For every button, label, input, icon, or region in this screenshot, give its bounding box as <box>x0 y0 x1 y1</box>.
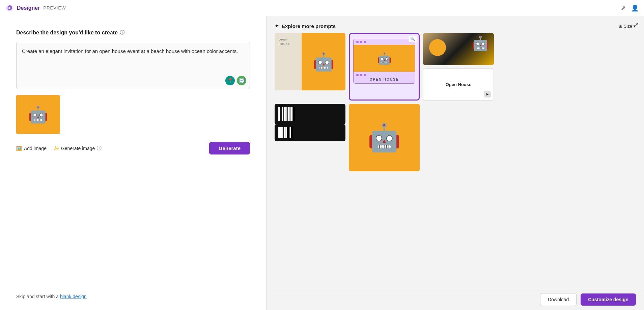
gallery-item-abstract[interactable]: 🤖 <box>423 33 494 65</box>
left-panel: Describe the design you'd like to create… <box>0 16 267 310</box>
prompt-refresh-button[interactable]: 🔄 <box>237 76 246 85</box>
prompt-pin-button[interactable]: 📍 <box>225 76 235 85</box>
gallery-item-large-robot[interactable]: 🤖 <box>349 104 420 171</box>
generate-button-label: Generate <box>219 145 241 151</box>
main-layout: Describe the design you'd like to create… <box>0 16 644 310</box>
blank-design-link[interactable]: blank design <box>60 294 87 299</box>
preview-label: PREVIEW <box>43 5 66 10</box>
section-title-text: Describe the design you'd like to create <box>16 30 118 36</box>
explore-icon: ✦ <box>275 23 279 29</box>
prompt-actions: 📍 🔄 <box>225 76 246 85</box>
generate-image-icon: ✨ <box>53 146 59 151</box>
gallery-item-1[interactable]: 🤖 OPENHOUSE <box>275 33 345 90</box>
skip-text: Skip and start with a <box>16 294 59 299</box>
size-button[interactable]: ⊞ Size ▾ <box>619 24 636 29</box>
gallery-grid: 🤖 OPENHOUSE 🔍 🤖 <box>267 33 644 289</box>
generated-thumbnail: 🤖 <box>16 95 60 134</box>
gallery-item-selected[interactable]: 🔍 🤖 OPEN HOUSE <box>349 33 420 101</box>
gallery-col-3: 🤖 Open House ▶ <box>423 33 494 101</box>
info-icon[interactable]: ⓘ <box>120 30 124 36</box>
size-label: Size <box>624 24 632 29</box>
right-panel: × ✦ Explore more prompts ⊞ Size ▾ 🤖 OPEN… <box>267 16 644 310</box>
generate-image-info-icon[interactable]: ⓘ <box>97 145 102 151</box>
explore-title-text: Explore more prompts <box>282 23 336 29</box>
robot-thumbnail-image: 🤖 <box>28 105 48 124</box>
generate-image-button[interactable]: ✨ Generate image ⓘ <box>53 145 102 151</box>
add-image-icon: 🖼️ <box>16 146 22 151</box>
zoom-icon[interactable]: 🔍 <box>409 36 417 42</box>
play-icon[interactable]: ▶ <box>484 91 491 97</box>
open-house-card-title: Open House <box>446 82 472 87</box>
generate-button[interactable]: Generate <box>209 142 250 154</box>
prompt-box: Create an elegant invitation for an open… <box>16 42 250 89</box>
topbar-left: Designer PREVIEW <box>5 4 66 12</box>
add-image-label: Add image <box>24 146 47 151</box>
add-image-button[interactable]: 🖼️ Add image <box>16 145 47 151</box>
bottom-actions: 🖼️ Add image ✨ Generate image ⓘ Generate <box>16 142 250 154</box>
customize-design-button[interactable]: Customize design <box>581 293 636 306</box>
section-title: Describe the design you'd like to create… <box>16 30 250 36</box>
bottom-bar: Download Customize design <box>267 289 644 310</box>
generate-image-label: Generate image <box>61 146 95 151</box>
topbar: Designer PREVIEW ⇗ 👤 <box>0 0 644 16</box>
topbar-right: ⇗ 👤 <box>621 4 639 12</box>
size-icon: ⊞ <box>619 24 622 29</box>
svg-point-1 <box>8 7 10 9</box>
download-button[interactable]: Download <box>540 293 577 306</box>
gallery-item-barcode-1[interactable] <box>275 104 345 124</box>
download-label: Download <box>548 297 569 302</box>
gallery-item-openhouse-card[interactable]: Open House ▶ <box>423 68 494 101</box>
gallery-spacer <box>423 104 494 171</box>
skip-link-area: Skip and start with a blank design <box>16 294 87 299</box>
designer-logo-icon <box>5 4 13 12</box>
right-header: ✦ Explore more prompts ⊞ Size ▾ <box>267 16 644 33</box>
explore-title: ✦ Explore more prompts <box>275 23 336 29</box>
add-buttons-group: 🖼️ Add image ✨ Generate image ⓘ <box>16 145 102 151</box>
customize-label: Customize design <box>588 297 628 302</box>
share-icon[interactable]: ⇗ <box>621 4 626 12</box>
gallery-item-barcode-2[interactable] <box>275 124 345 141</box>
app-title: Designer <box>17 5 40 11</box>
prompt-text: Create an elegant invitation for an open… <box>22 48 244 55</box>
account-icon[interactable]: 👤 <box>631 4 639 12</box>
close-button[interactable]: × <box>635 21 639 28</box>
